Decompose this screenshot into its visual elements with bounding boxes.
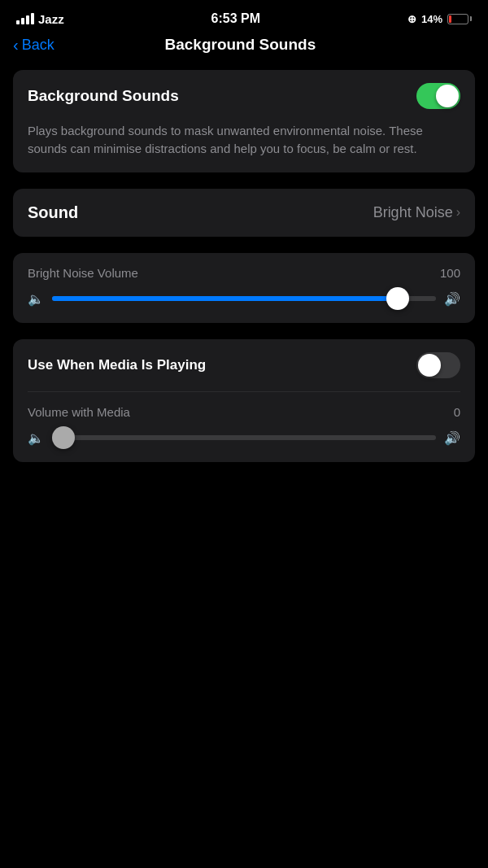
- back-chevron-icon: ‹: [13, 37, 19, 53]
- bright-noise-slider-row: 🔈 🔊: [28, 291, 460, 307]
- bright-noise-slider-thumb[interactable]: [386, 287, 409, 310]
- media-volume-title: Volume with Media: [28, 405, 130, 419]
- status-left: Jazz: [16, 12, 64, 26]
- bright-noise-slider[interactable]: [52, 296, 436, 301]
- speaker-loud-icon: 🔊: [444, 291, 460, 307]
- status-bar: Jazz 6:53 PM ⊕ 14%: [0, 0, 488, 33]
- media-toggle-thumb: [418, 354, 441, 377]
- media-toggle-label: Use When Media Is Playing: [28, 357, 206, 373]
- background-sounds-toggle[interactable]: [416, 83, 460, 109]
- signal-bars: [16, 13, 34, 24]
- volume-header: Bright Noise Volume 100: [28, 266, 460, 280]
- carrier-name: Jazz: [38, 12, 64, 26]
- sound-current-value: Bright Noise: [373, 204, 453, 221]
- back-button[interactable]: ‹ Back: [13, 37, 54, 54]
- bright-noise-volume-title: Bright Noise Volume: [28, 266, 138, 280]
- bright-noise-slider-fill: [52, 296, 398, 301]
- speaker-quiet-icon: 🔈: [28, 291, 44, 307]
- media-speaker-loud-icon: 🔊: [444, 430, 460, 446]
- media-volume-section: Volume with Media 0 🔈 🔊: [13, 392, 475, 462]
- background-sounds-toggle-row: Background Sounds: [13, 70, 475, 122]
- sound-value: Bright Noise ›: [373, 204, 460, 221]
- media-playing-card: Use When Media Is Playing Volume with Me…: [13, 339, 475, 462]
- sound-label: Sound: [28, 203, 78, 222]
- toggle-thumb: [436, 85, 459, 107]
- location-icon: ⊕: [407, 13, 416, 25]
- background-sounds-label: Background Sounds: [28, 87, 179, 105]
- bright-noise-volume-value: 100: [440, 266, 460, 280]
- status-time: 6:53 PM: [211, 11, 260, 26]
- media-volume-header: Volume with Media 0: [28, 405, 460, 419]
- battery-percent: 14%: [421, 13, 442, 25]
- back-label: Back: [22, 37, 54, 54]
- media-slider-thumb[interactable]: [52, 426, 75, 449]
- chevron-right-icon: ›: [456, 205, 460, 220]
- media-toggle[interactable]: [416, 352, 460, 378]
- page-title: Background Sounds: [54, 36, 426, 54]
- media-volume-value: 0: [454, 405, 460, 419]
- media-toggle-row: Use When Media Is Playing: [13, 339, 475, 391]
- content-area: Background Sounds Plays background sound…: [0, 63, 488, 469]
- media-speaker-quiet-icon: 🔈: [28, 430, 44, 446]
- background-sounds-description: Plays background sounds to mask unwanted…: [13, 122, 475, 172]
- battery-icon: [447, 14, 472, 24]
- bright-noise-volume-card: Bright Noise Volume 100 🔈 🔊: [13, 253, 475, 323]
- nav-bar: ‹ Back Background Sounds: [0, 33, 488, 63]
- sound-row[interactable]: Sound Bright Noise ›: [13, 189, 475, 237]
- media-slider-row: 🔈 🔊: [28, 430, 460, 446]
- sound-selection-card: Sound Bright Noise ›: [13, 189, 475, 237]
- background-sounds-card: Background Sounds Plays background sound…: [13, 70, 475, 172]
- status-right: ⊕ 14%: [407, 13, 472, 25]
- media-volume-slider[interactable]: [52, 435, 436, 440]
